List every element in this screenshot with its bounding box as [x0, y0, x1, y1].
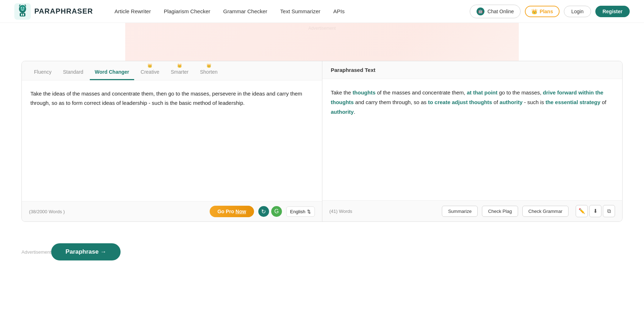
mode-tabs: Fluency Standard Word Changer 👑 Creative… — [22, 61, 322, 80]
grammarly-icon[interactable]: G — [271, 206, 282, 217]
check-grammar-button[interactable]: Check Grammar — [522, 206, 569, 217]
ad-banner-bottom: Advertisement — [21, 249, 51, 255]
svg-rect-5 — [20, 13, 25, 16]
go-pro-button[interactable]: Go Pro Now — [210, 206, 254, 217]
header-actions: 🤖 Chat Online 👑 Plans Login Register — [470, 5, 630, 18]
input-panel: Fluency Standard Word Changer 👑 Creative… — [22, 61, 322, 221]
chevron-up-down-icon: ⇅ — [307, 209, 311, 214]
tab-word-changer[interactable]: Word Changer — [90, 61, 134, 80]
now-underline: Now — [235, 209, 246, 214]
chat-label: Chat Online — [487, 9, 514, 14]
paraphrased-text-header: Paraphrased Text — [322, 61, 623, 79]
crown-shorten-icon: 👑 — [206, 63, 211, 68]
chat-avatar-icon: 🤖 — [477, 8, 484, 15]
highlight-to-create: to create adjust thoughts — [428, 99, 492, 105]
output-word-count: (41) Words — [330, 209, 438, 214]
refresh-icon[interactable]: ↻ — [258, 206, 269, 217]
nav-plagiarism-checker[interactable]: Plagiarism Checker — [164, 8, 210, 14]
input-text-area[interactable] — [22, 80, 322, 201]
nav-grammar-checker[interactable]: Grammar Checker — [223, 8, 267, 14]
mini-icon-group: ↻ G — [258, 206, 282, 217]
tab-shorten[interactable]: 👑 Shorten — [195, 61, 223, 80]
register-button[interactable]: Register — [595, 6, 630, 17]
tab-smarter[interactable]: 👑 Smarter — [166, 61, 194, 80]
copy-icon-button[interactable]: ⧉ — [603, 205, 615, 217]
nav-apis[interactable]: APIs — [333, 8, 345, 14]
svg-rect-7 — [23, 14, 24, 16]
main-nav: Article Rewriter Plagiarism Checker Gram… — [114, 8, 470, 14]
summarize-button[interactable]: Summarize — [442, 206, 478, 217]
highlight-essential-strategy: the essential strategy — [546, 99, 600, 105]
download-icon-button[interactable]: ⬇ — [589, 205, 601, 217]
language-selector[interactable]: English ⇅ — [286, 206, 315, 217]
nav-article-rewriter[interactable]: Article Rewriter — [114, 8, 151, 14]
highlight-at-that-point: at that point — [467, 89, 498, 96]
input-textarea[interactable] — [30, 89, 313, 192]
login-button[interactable]: Login — [564, 6, 591, 17]
highlight-thoughts: thoughts — [352, 89, 375, 96]
plans-button[interactable]: 👑 Plans — [525, 6, 559, 17]
tab-fluency[interactable]: Fluency — [29, 61, 57, 80]
chat-online-button[interactable]: 🤖 Chat Online — [470, 5, 521, 18]
tab-creative[interactable]: 👑 Creative — [136, 61, 164, 80]
output-panel: Paraphrased Text Take the thoughts of th… — [322, 61, 623, 221]
crown-icon: 👑 — [531, 9, 537, 14]
svg-rect-6 — [21, 14, 22, 16]
editor-container: Fluency Standard Word Changer 👑 Creative… — [21, 61, 623, 222]
svg-point-3 — [21, 7, 22, 8]
svg-point-4 — [23, 7, 24, 8]
edit-icon-button[interactable]: ✏️ — [576, 205, 588, 217]
nav-text-summarizer[interactable]: Text Summarizer — [280, 8, 321, 14]
logo-icon — [14, 3, 31, 20]
highlight-authority-2: authority — [331, 109, 354, 115]
crown-creative-icon: 👑 — [147, 63, 152, 68]
paraphrased-text-content: Take the thoughts of the masses and conc… — [322, 79, 623, 200]
paraphrased-title: Paraphrased Text — [331, 67, 376, 73]
highlight-authority-1: authority — [499, 99, 522, 105]
output-bottom-bar: (41) Words Summarize Check Plag Check Gr… — [322, 200, 623, 221]
main-content: Fluency Standard Word Changer 👑 Creative… — [0, 32, 644, 236]
output-action-icons: ✏️ ⬇ ⧉ — [576, 205, 615, 217]
footer-area: Advertisement Paraphrase → — [0, 236, 644, 268]
plans-label: Plans — [540, 9, 553, 14]
brand-name: PARAPHRASER — [34, 7, 93, 15]
word-count-label: (38/2000 Words ) — [29, 209, 205, 214]
header: PARAPHRASER Article Rewriter Plagiarism … — [0, 0, 644, 23]
check-plag-button[interactable]: Check Plag — [482, 206, 518, 217]
language-label: English — [290, 209, 306, 214]
input-bottom-bar: (38/2000 Words ) Go Pro Now ↻ G English … — [22, 201, 322, 221]
paraphrase-button[interactable]: Paraphrase → — [51, 243, 121, 260]
tab-standard[interactable]: Standard — [58, 61, 88, 80]
crown-smarter-icon: 👑 — [177, 63, 182, 68]
logo[interactable]: PARAPHRASER — [14, 3, 93, 20]
